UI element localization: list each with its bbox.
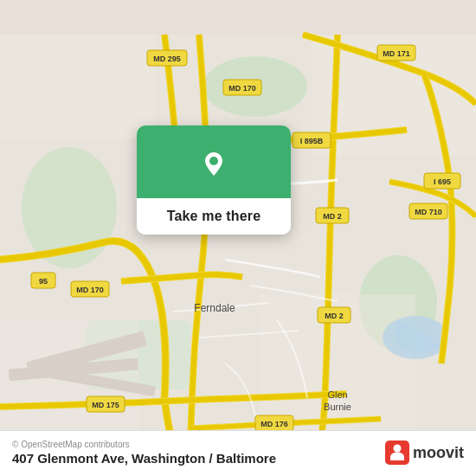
copyright-text: © OpenStreetMap contributors [12,440,276,449]
location-popup: Take me there [137,125,291,235]
bottom-info-bar: © OpenStreetMap contributors 407 Glenmon… [0,430,476,476]
svg-text:MD 175: MD 175 [92,401,119,409]
moovit-logo: moovit [385,441,464,465]
svg-text:MD 295: MD 295 [153,55,181,63]
svg-text:MD 2: MD 2 [325,312,344,320]
take-me-there-button[interactable]: Take me there [167,209,261,224]
svg-text:MD 2: MD 2 [323,212,342,221]
svg-text:I 895B: I 895B [300,137,324,145]
moovit-icon [385,441,409,465]
moovit-brand-text: moovit [413,444,464,462]
svg-text:MD 176: MD 176 [261,420,288,428]
map-background: MD 295 MD 170 MD 170 MD 170 I 895B MD 17… [0,0,476,476]
svg-text:Glen: Glen [327,389,347,400]
popup-header [137,125,291,198]
map-container: MD 295 MD 170 MD 170 MD 170 I 895B MD 17… [0,0,476,476]
svg-text:Burnie: Burnie [324,402,351,412]
svg-text:MD 171: MD 171 [383,49,410,58]
svg-point-45 [393,445,401,453]
address-label: 407 Glenmont Ave, Washington / Baltimore [12,451,276,466]
svg-text:MD 710: MD 710 [415,208,442,216]
svg-rect-5 [0,35,156,138]
popup-footer: Take me there [137,198,291,235]
svg-text:95: 95 [39,277,48,286]
svg-point-46 [396,461,398,464]
address-info: © OpenStreetMap contributors 407 Glenmon… [12,440,276,466]
svg-text:Ferndale: Ferndale [194,302,235,314]
location-pin-icon [195,145,233,183]
svg-text:MD 170: MD 170 [76,286,104,294]
svg-point-43 [209,157,218,165]
svg-text:I 695: I 695 [434,177,451,186]
svg-text:MD 170: MD 170 [228,84,256,93]
